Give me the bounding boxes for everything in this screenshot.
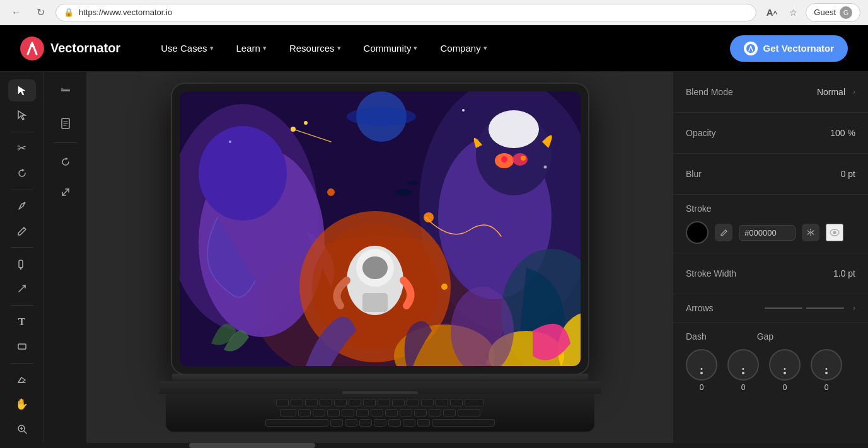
eraser-tool[interactable] (8, 369, 36, 391)
scissors-tool[interactable]: ✂ (8, 137, 36, 159)
dash-knob-2: • 0 (727, 349, 759, 392)
pencil-tool[interactable] (8, 220, 36, 242)
chevron-down-icon: ▾ (483, 44, 487, 52)
svg-point-28 (501, 156, 507, 163)
svg-point-29 (521, 156, 526, 161)
secondary-toolbar (44, 72, 87, 448)
chevron-down-icon: ▾ (414, 44, 417, 52)
chevron-down-icon: ▾ (263, 44, 267, 52)
dash-value-1: 0 (700, 383, 704, 392)
laptop-screen (172, 84, 588, 374)
reload-button[interactable]: ↻ (32, 4, 49, 21)
dash-value-2: 0 (741, 383, 746, 392)
opacity-label: Opacity (686, 128, 715, 138)
font-size-button[interactable]: AA (763, 4, 780, 21)
guest-label: Guest (814, 8, 836, 17)
stroke-visibility-button[interactable] (826, 224, 843, 241)
get-vectornator-button[interactable]: Get Vectornator (730, 35, 848, 62)
dash-gap-labels: Dash Gap (686, 331, 855, 342)
dash-knob-2-control[interactable]: • (727, 349, 759, 381)
hand-tool[interactable]: ✋ (8, 393, 36, 415)
logo-icon (20, 37, 44, 60)
address-bar[interactable]: 🔒 https://www.vectornator.io (55, 4, 756, 21)
site-logo[interactable]: Vectornator (20, 37, 120, 60)
dash-gap-section: Dash Gap • 0 • 0 • (673, 323, 868, 401)
arrows-controls[interactable]: › (765, 304, 855, 313)
svg-point-2 (746, 44, 755, 53)
blend-mode-control[interactable]: Normal › (817, 87, 855, 97)
rectangle-tool[interactable] (8, 335, 36, 357)
gap-knob-2-control[interactable]: • (811, 349, 842, 381)
blur-value: 0 pt (841, 169, 855, 179)
stroke-color-swatch[interactable] (686, 221, 709, 244)
nav-company[interactable]: Company ▾ (430, 38, 497, 59)
arrow-line-right (806, 307, 844, 309)
laptop-palm-rest-top (159, 381, 601, 394)
back-button[interactable]: ← (8, 4, 25, 21)
toolbar-separator-5 (11, 363, 33, 364)
diagonal-tool[interactable] (8, 278, 36, 300)
stroke-section: Stroke (673, 195, 868, 253)
dash-knob-1-control[interactable]: • (686, 349, 717, 381)
dash-knob-1: • 0 (686, 349, 717, 392)
left-toolbar: ✂ (0, 72, 44, 448)
svg-point-48 (304, 121, 308, 125)
dash-label: Dash (686, 331, 707, 342)
svg-point-31 (199, 126, 287, 221)
svg-rect-37 (362, 293, 388, 312)
svg-point-52 (291, 127, 296, 132)
stroke-width-value: 1.0 pt (833, 268, 855, 279)
canvas-area[interactable] (87, 72, 673, 448)
blend-mode-row: Blend Mode Normal › (686, 81, 855, 103)
zoom-tool[interactable] (8, 418, 36, 440)
svg-point-51 (229, 141, 231, 143)
blend-mode-section: Blend Mode Normal › (673, 72, 868, 113)
dash-knob-1-indicator: • (700, 365, 703, 372)
blend-mode-value: Normal (817, 87, 845, 97)
scrollbar-thumb[interactable] (189, 443, 315, 448)
svg-rect-14 (61, 88, 63, 90)
dash-knob-2-indicator: • (742, 365, 744, 372)
svg-point-49 (462, 109, 465, 112)
svg-rect-4 (19, 260, 23, 268)
svg-point-39 (327, 188, 335, 196)
nav-community[interactable]: Community ▾ (354, 38, 428, 59)
layers-button[interactable] (52, 79, 79, 107)
stroke-hex-input[interactable] (739, 225, 796, 241)
chevron-right-icon: › (853, 304, 855, 313)
nav-learn[interactable]: Learn ▾ (226, 38, 277, 59)
gap-knob-1-indicator: • (784, 365, 786, 372)
nav-resources[interactable]: Resources ▾ (279, 38, 351, 59)
pen-tool[interactable] (8, 195, 36, 217)
avatar: G (840, 6, 852, 19)
rotate-tool[interactable] (8, 162, 36, 184)
svg-line-9 (24, 431, 26, 434)
bottom-scrollbar[interactable] (0, 443, 868, 448)
gap-value-2: 0 (825, 383, 829, 392)
guest-button[interactable]: Guest G (806, 3, 860, 22)
arrow-line-left (765, 307, 802, 309)
stroke-width-label: Stroke Width (686, 268, 736, 279)
arrows-section: Arrows › (673, 294, 868, 323)
stroke-mirror-button[interactable] (802, 224, 819, 241)
direct-select-tool[interactable] (8, 104, 36, 126)
bookmark-button[interactable]: ☆ (784, 4, 802, 21)
marker-tool[interactable] (8, 253, 36, 275)
nav-links: Use Cases ▾ Learn ▾ Resources ▾ Communit… (151, 38, 730, 59)
laptop-mockup (169, 84, 591, 437)
svg-point-36 (362, 256, 388, 279)
rotate-2-button[interactable] (52, 148, 79, 176)
transform-button[interactable] (52, 178, 79, 206)
gap-knob-1-control[interactable]: • (769, 349, 801, 381)
chevron-down-icon: ▾ (210, 44, 214, 52)
svg-point-56 (833, 231, 836, 234)
pages-button[interactable] (52, 110, 79, 137)
text-tool[interactable]: T (8, 311, 36, 333)
blur-row: Blur 0 pt (686, 163, 855, 185)
nav-use-cases[interactable]: Use Cases ▾ (151, 38, 223, 59)
stroke-edit-button[interactable] (715, 224, 732, 241)
select-tool[interactable] (8, 79, 36, 101)
url-text: https://www.vectornator.io (79, 8, 172, 17)
svg-point-50 (543, 165, 547, 168)
svg-point-0 (20, 37, 44, 60)
